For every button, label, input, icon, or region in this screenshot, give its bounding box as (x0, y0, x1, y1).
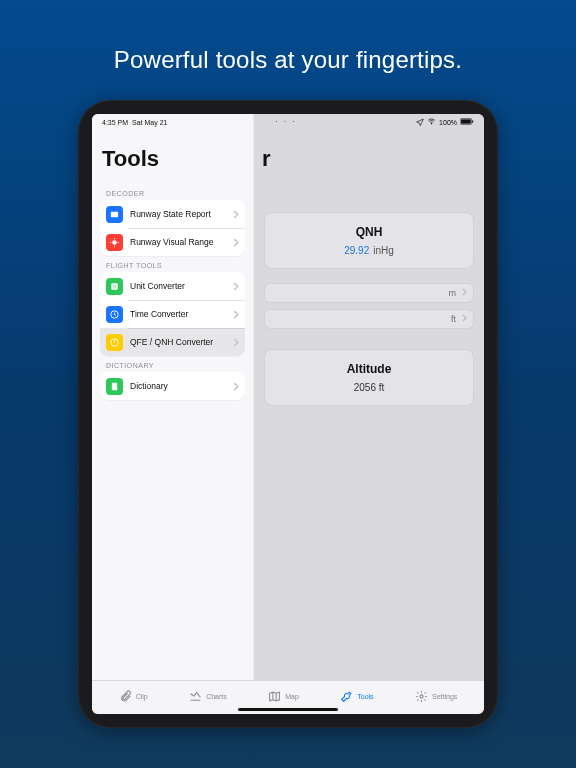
sidebar-item-unit-converter[interactable]: Unit Converter (100, 272, 245, 300)
svg-rect-2 (461, 119, 471, 123)
ipad-device-frame: 4:35 PM Sat May 21 ··· 100% (78, 100, 498, 728)
svg-point-5 (112, 240, 117, 245)
tab-settings[interactable]: Settings (415, 690, 457, 703)
sidebar-item-dictionary[interactable]: Dictionary (100, 372, 245, 400)
tab-label: Settings (432, 693, 457, 700)
svg-rect-4 (111, 211, 118, 217)
tab-label: Tools (357, 693, 373, 700)
charts-icon (189, 690, 202, 703)
tab-label: Map (285, 693, 299, 700)
chevron-right-icon (233, 282, 239, 291)
clock-icon (109, 309, 120, 320)
sidebar-item-qfe-qnh-converter[interactable]: QFE / QNH Converter (100, 328, 245, 356)
altitude-panel[interactable]: Altitude 2056 ft (264, 349, 474, 406)
sidebar: Tools DECODER Runway State Report (92, 114, 254, 680)
qnh-title: QNH (273, 225, 465, 239)
altitude-value: 2056 ft (354, 382, 385, 393)
battery-percent: 100% (439, 119, 457, 126)
paperplane-icon (416, 118, 424, 127)
tab-label: Charts (206, 693, 227, 700)
sidebar-item-label: QFE / QNH Converter (130, 337, 233, 347)
chevron-right-icon (233, 382, 239, 391)
qnh-value: 29.92 (344, 245, 369, 256)
chevron-right-icon (233, 238, 239, 247)
chevron-right-icon (233, 338, 239, 347)
svg-point-9 (420, 695, 423, 698)
status-date: Sat May 21 (132, 119, 167, 126)
paperclip-icon (119, 690, 132, 703)
section-label-decoder: DECODER (106, 190, 243, 197)
multitask-dots: ··· (275, 116, 301, 126)
page-title: r (262, 146, 474, 172)
visual-range-icon (109, 237, 120, 248)
tab-charts[interactable]: Charts (189, 690, 227, 703)
unit-row-meters[interactable]: m (264, 283, 474, 303)
svg-point-0 (431, 123, 432, 124)
unit-row-label: m (449, 288, 457, 298)
tab-label: Clip (136, 693, 148, 700)
detail-pane: r QNH 29.92inHg m ft (254, 114, 484, 680)
unit-converter-icon (109, 281, 120, 292)
wrench-icon (340, 690, 353, 703)
marketing-tagline: Powerful tools at your fingertips. (114, 46, 462, 74)
section-label-flight-tools: FLIGHT TOOLS (106, 262, 243, 269)
status-time: 4:35 PM (102, 119, 128, 126)
book-icon (109, 381, 120, 392)
sidebar-item-label: Time Converter (130, 309, 233, 319)
gear-icon (415, 690, 428, 703)
map-icon (268, 690, 281, 703)
status-bar: 4:35 PM Sat May 21 ··· 100% (92, 114, 484, 128)
svg-rect-3 (472, 120, 473, 123)
sidebar-item-label: Unit Converter (130, 281, 233, 291)
chevron-right-icon (462, 314, 467, 324)
home-indicator[interactable] (238, 708, 338, 711)
runway-icon (109, 209, 120, 220)
tab-map[interactable]: Map (268, 690, 299, 703)
chevron-right-icon (233, 310, 239, 319)
sidebar-item-runway-state-report[interactable]: Runway State Report (100, 200, 245, 228)
battery-icon (460, 118, 474, 126)
unit-row-label: ft (451, 314, 456, 324)
chevron-right-icon (233, 210, 239, 219)
pressure-icon (109, 337, 120, 348)
tab-tools[interactable]: Tools (340, 690, 373, 703)
sidebar-item-label: Runway Visual Range (130, 237, 233, 247)
altitude-title: Altitude (273, 362, 465, 376)
screen: 4:35 PM Sat May 21 ··· 100% (92, 114, 484, 714)
sidebar-title: Tools (102, 146, 243, 172)
unit-row-feet[interactable]: ft (264, 309, 474, 329)
section-label-dictionary: DICTIONARY (106, 362, 243, 369)
sidebar-item-runway-visual-range[interactable]: Runway Visual Range (100, 228, 245, 256)
sidebar-item-label: Runway State Report (130, 209, 233, 219)
sidebar-item-time-converter[interactable]: Time Converter (100, 300, 245, 328)
tab-clip[interactable]: Clip (119, 690, 148, 703)
qnh-unit: inHg (373, 245, 394, 256)
qnh-panel[interactable]: QNH 29.92inHg (264, 212, 474, 269)
chevron-right-icon (462, 288, 467, 298)
wifi-icon (427, 117, 436, 127)
sidebar-item-label: Dictionary (130, 381, 233, 391)
